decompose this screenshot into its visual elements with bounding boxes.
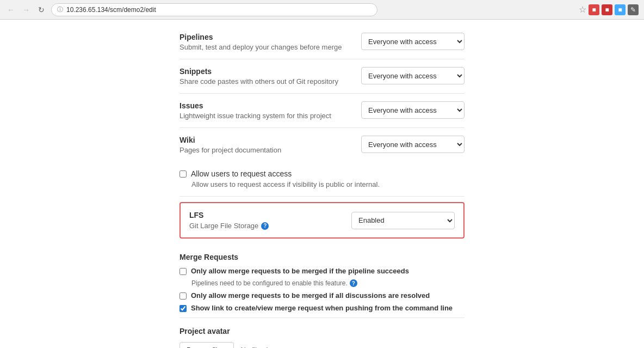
lfs-select[interactable]: Enabled Disabled [351, 212, 455, 229]
merge-option-1-label: Only allow merge requests to be merged i… [191, 267, 409, 275]
allow-access-label: Allow users to request access [191, 169, 292, 178]
merge-hint-text: Pipelines need to be configured to enabl… [191, 279, 348, 287]
project-avatar-section: Project avatar Browse file... No file ch… [179, 318, 465, 348]
feature-name-2: Issues [179, 101, 350, 110]
ext-icon-1: ■ [589, 4, 599, 15]
project-avatar-title: Project avatar [179, 327, 465, 335]
feature-info-1: SnippetsShare code pastes with others ou… [179, 67, 350, 86]
merge-option-1-checkbox[interactable] [179, 268, 187, 275]
feature-select-0[interactable]: Everyone with accessOnly team membersDis… [361, 33, 465, 50]
ext-icon-4: ✎ [628, 4, 639, 15]
pipeline-help-icon[interactable]: ? [350, 279, 357, 287]
feature-row-0: PipelinesSubmit, test and deploy your ch… [179, 25, 465, 59]
feature-name-0: Pipelines [179, 33, 350, 41]
browser-chrome: ← → ↻ ⓘ 10.236.65.134/scm/demo2/edit ☆ ■… [0, 0, 644, 20]
settings-container: PipelinesSubmit, test and deploy your ch… [0, 20, 644, 348]
feature-name-1: Snippets [179, 67, 350, 76]
lfs-desc-text: Git Large File Storage [189, 222, 258, 230]
feature-info-2: IssuesLightweight issue tracking system … [179, 101, 350, 120]
reload-button[interactable]: ↻ [36, 4, 47, 15]
feature-info-0: PipelinesSubmit, test and deploy your ch… [179, 33, 350, 51]
allow-access-row: Allow users to request access [179, 169, 465, 178]
allow-access-desc: Allow users to request access if visibil… [179, 180, 465, 188]
back-button[interactable]: ← [5, 4, 16, 15]
merge-option-3-row: Show link to create/view merge request w… [179, 304, 465, 312]
url-text: 10.236.65.134/scm/demo2/edit [66, 6, 156, 14]
merge-requests-title: Merge Requests [179, 244, 465, 267]
ext-icon-2: ■ [602, 4, 612, 15]
feature-desc-3: Pages for project documentation [179, 146, 350, 154]
merge-option-1-hint: Pipelines need to be configured to enabl… [179, 279, 465, 287]
extension-icons: ☆ ■ ■ ■ ✎ [579, 4, 639, 15]
merge-option-1-row: Only allow merge requests to be merged i… [179, 267, 465, 275]
feature-rows: PipelinesSubmit, test and deploy your ch… [179, 25, 465, 162]
feature-row-3: WikiPages for project documentationEvery… [179, 128, 465, 162]
lfs-info: LFS Git Large File Storage ? [189, 211, 269, 230]
address-bar[interactable]: ⓘ 10.236.65.134/scm/demo2/edit [51, 3, 377, 16]
feature-row-2: IssuesLightweight issue tracking system … [179, 94, 465, 128]
feature-desc-0: Submit, test and deploy your changes bef… [179, 43, 350, 51]
feature-desc-2: Lightweight issue tracking system for th… [179, 112, 350, 120]
lock-icon: ⓘ [57, 5, 63, 14]
lfs-section: LFS Git Large File Storage ? Enabled Dis… [179, 202, 465, 239]
forward-button[interactable]: → [21, 4, 32, 15]
lfs-name: LFS [189, 211, 269, 219]
feature-select-1[interactable]: Everyone with accessOnly team membersDis… [361, 67, 465, 84]
merge-option-2-row: Only allow merge requests to be merged i… [179, 291, 465, 300]
feature-select-2[interactable]: Everyone with accessOnly team membersDis… [361, 101, 465, 119]
feature-name-3: Wiki [179, 136, 350, 144]
merge-option-2-checkbox[interactable] [179, 292, 187, 300]
merge-option-3-checkbox[interactable] [179, 305, 187, 312]
merge-option-3-label: Show link to create/view merge request w… [191, 304, 453, 312]
avatar-upload-row: Browse file... No file chosen [179, 342, 465, 348]
feature-info-3: WikiPages for project documentation [179, 136, 350, 154]
feature-row-1: SnippetsShare code pastes with others ou… [179, 59, 465, 94]
star-icon: ☆ [579, 4, 586, 15]
no-file-label: No file chosen [240, 346, 285, 348]
allow-access-checkbox[interactable] [179, 170, 187, 178]
feature-desc-1: Share code pastes with others out of Git… [179, 77, 350, 86]
feature-select-3[interactable]: Everyone with accessOnly team membersDis… [361, 136, 465, 153]
browse-file-button[interactable]: Browse file... [179, 342, 234, 348]
ext-icon-3: ■ [615, 4, 626, 15]
lfs-desc: Git Large File Storage ? [189, 222, 269, 230]
lfs-help-icon[interactable]: ? [261, 222, 269, 230]
merge-option-2-label: Only allow merge requests to be merged i… [191, 291, 430, 300]
allow-access-section: Allow users to request access Allow user… [179, 162, 465, 197]
main-content: PipelinesSubmit, test and deploy your ch… [0, 20, 644, 348]
